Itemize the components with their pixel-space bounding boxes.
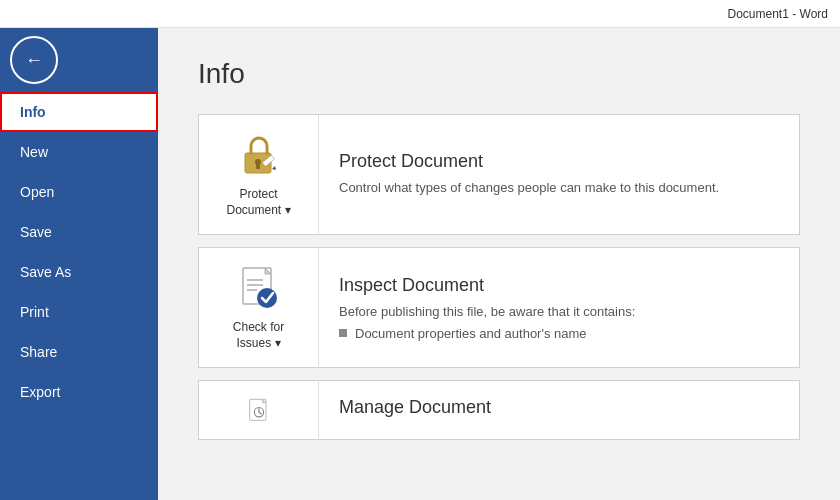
sidebar: ← Info New Open Save Save As Print Share… bbox=[0, 28, 158, 500]
inspect-document-card: Check forIssues ▾ Inspect Document Befor… bbox=[198, 247, 800, 368]
manage-icon-area[interactable] bbox=[199, 381, 319, 440]
protect-document-card: ProtectDocument ▾ Protect Document Contr… bbox=[198, 114, 800, 235]
inspect-card-description: Before publishing this file, be aware th… bbox=[339, 302, 635, 322]
protect-card-title: Protect Document bbox=[339, 151, 719, 172]
svg-marker-4 bbox=[272, 166, 276, 170]
sidebar-item-print[interactable]: Print bbox=[0, 292, 158, 332]
inspect-card-content: Inspect Document Before publishing this … bbox=[319, 248, 655, 367]
title-bar-text: Document1 - Word bbox=[728, 7, 828, 21]
sidebar-item-save-as[interactable]: Save As bbox=[0, 252, 158, 292]
protect-card-content: Protect Document Control what types of c… bbox=[319, 115, 739, 234]
inspect-icon-area[interactable]: Check forIssues ▾ bbox=[199, 248, 319, 367]
manage-document-card: Manage Document bbox=[198, 380, 800, 440]
inspect-bullet-1: Document properties and author's name bbox=[339, 326, 635, 341]
inspect-bullet-text: Document properties and author's name bbox=[355, 326, 587, 341]
protect-card-description: Control what types of changes people can… bbox=[339, 178, 719, 198]
manage-card-content: Manage Document bbox=[319, 381, 511, 439]
bullet-square-icon bbox=[339, 329, 347, 337]
sidebar-item-new[interactable]: New bbox=[0, 132, 158, 172]
sidebar-item-info[interactable]: Info bbox=[0, 92, 158, 132]
sidebar-item-label: Share bbox=[20, 344, 57, 360]
sidebar-item-label: Info bbox=[20, 104, 46, 120]
manage-document-icon bbox=[239, 397, 279, 425]
back-button[interactable]: ← bbox=[10, 36, 58, 84]
content-area: Info ProtectDocument ▾ bbox=[158, 28, 840, 500]
main-layout: ← Info New Open Save Save As Print Share… bbox=[0, 28, 840, 500]
title-bar: Document1 - Word bbox=[0, 0, 840, 28]
page-title: Info bbox=[198, 58, 800, 90]
sidebar-item-share[interactable]: Share bbox=[0, 332, 158, 372]
sidebar-item-label: Save bbox=[20, 224, 52, 240]
sidebar-item-open[interactable]: Open bbox=[0, 172, 158, 212]
sidebar-item-label: Print bbox=[20, 304, 49, 320]
back-arrow-icon: ← bbox=[25, 50, 43, 71]
protect-icon-label[interactable]: ProtectDocument ▾ bbox=[226, 187, 290, 218]
inspect-icon-label[interactable]: Check forIssues ▾ bbox=[233, 320, 284, 351]
protect-icon-area[interactable]: ProtectDocument ▾ bbox=[199, 115, 319, 234]
manage-card-title: Manage Document bbox=[339, 397, 491, 418]
inspect-card-title: Inspect Document bbox=[339, 275, 635, 296]
sidebar-item-label: Open bbox=[20, 184, 54, 200]
svg-point-10 bbox=[257, 288, 277, 308]
sidebar-item-export[interactable]: Export bbox=[0, 372, 158, 412]
check-for-issues-icon bbox=[235, 264, 283, 312]
protect-document-icon bbox=[235, 131, 283, 179]
sidebar-item-label: New bbox=[20, 144, 48, 160]
sidebar-item-save[interactable]: Save bbox=[0, 212, 158, 252]
sidebar-item-label: Save As bbox=[20, 264, 71, 280]
sidebar-item-label: Export bbox=[20, 384, 60, 400]
svg-rect-2 bbox=[256, 164, 260, 169]
